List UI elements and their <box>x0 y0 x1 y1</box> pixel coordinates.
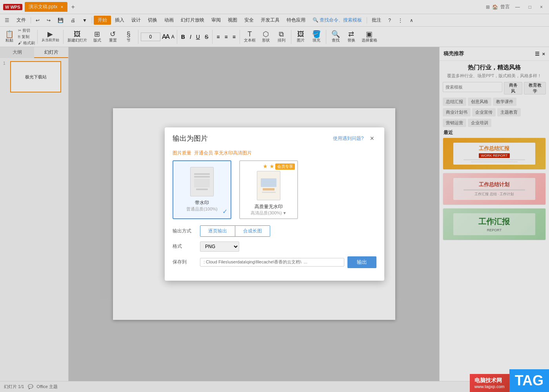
wm-line-1 <box>194 173 210 175</box>
image-options: 带水印 普通品质(100%) ✓ 会员专享 ★ ★ 高质量无 <box>173 160 376 219</box>
option1-title: 带水印 <box>195 200 209 206</box>
wm-img-area <box>194 179 210 187</box>
hd-bar <box>263 188 274 191</box>
tagxp-watermark: 电脑技术网 www.tagxp.com TAG <box>470 369 549 392</box>
save-to-row: 保存到 输出 <box>173 256 376 268</box>
output-method-row: 输出方式 逐页输出 合成长图 <box>173 225 376 237</box>
save-path-input[interactable] <box>200 258 344 267</box>
export-dialog: 输出为图片 使用遇到问题? × 图片质量 开通会员 享无水印高清图片 <box>165 127 384 281</box>
member-badge: 会员专享 <box>275 163 295 170</box>
tagxp-site-name: 电脑技术网 <box>474 377 505 384</box>
doc-preview-hd <box>257 171 280 200</box>
dialog-header: 输出为图片 使用遇到问题? × <box>165 127 384 147</box>
tagxp-tag-box: TAG <box>509 369 549 392</box>
output-label: 输出方式 <box>173 228 200 234</box>
option2-title: 高质量无水印 <box>255 203 283 210</box>
dialog-close-btn[interactable]: × <box>367 134 376 143</box>
hd-img-area <box>261 178 276 187</box>
tagxp-text: 电脑技术网 www.tagxp.com <box>470 374 509 392</box>
wm-doc-hd <box>258 175 280 196</box>
img-option-hd[interactable]: 会员专享 ★ ★ 高质量无水印 高清品质(300%) ▼ <box>239 160 298 219</box>
dialog-help-link[interactable]: 使用遇到问题? <box>333 135 364 142</box>
img-option-watermark[interactable]: 带水印 普通品质(100%) ✓ <box>173 160 231 219</box>
tagxp-url: www.tagxp.com <box>474 384 505 389</box>
doc-preview-watermark <box>190 167 214 196</box>
option1-check: ✓ <box>222 208 227 215</box>
quality-label: 图片质量 开通会员 享无水印高清图片 <box>173 150 376 156</box>
btn-page-by-page[interactable]: 逐页输出 <box>200 225 235 237</box>
save-to-label: 保存到 <box>173 259 200 265</box>
btn-merge-long[interactable]: 合成长图 <box>235 225 270 237</box>
dialog-body: 图片质量 开通会员 享无水印高清图片 带水印 普通品质(100 <box>165 147 384 281</box>
option2-subtitle: 高清品质(300%) <box>251 210 282 216</box>
wm-line-3 <box>196 189 208 190</box>
format-label: 格式 <box>173 243 200 250</box>
hd-line-1 <box>262 192 276 193</box>
format-row: 格式 PNG JPG <box>173 241 376 252</box>
format-select[interactable]: PNG JPG <box>200 241 239 252</box>
vip-stars: ★ ★ <box>263 163 274 169</box>
wm-line-2 <box>194 176 210 178</box>
dialog-title: 输出为图片 <box>173 134 208 143</box>
vip-link[interactable]: 开通会员 享无水印高清图片 <box>194 150 252 156</box>
output-btns: 逐页输出 合成长图 <box>200 225 270 237</box>
output-submit-btn[interactable]: 输出 <box>347 256 376 268</box>
option1-subtitle: 普通品质(100%) <box>186 206 217 212</box>
wm-doc <box>191 170 213 193</box>
dropdown-arrow[interactable]: ▼ <box>283 211 287 215</box>
dialog-overlay: 输出为图片 使用遇到问题? × 图片质量 开通会员 享无水印高清图片 <box>0 0 549 392</box>
